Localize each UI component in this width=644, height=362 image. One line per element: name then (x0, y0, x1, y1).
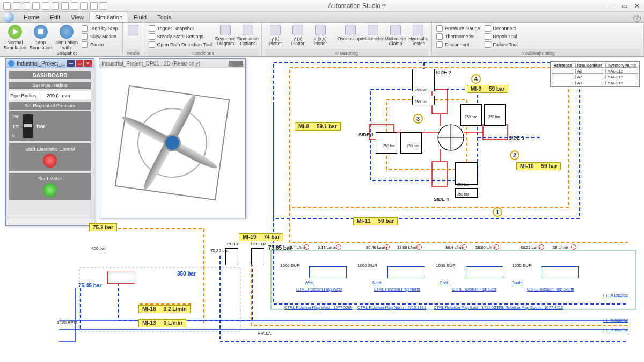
window-close-icon[interactable]: ✕ (84, 60, 92, 67)
reconnect-button[interactable]: Reconnect (485, 25, 518, 32)
link-ctrl-west[interactable]: CTRL Rotation Flap West (296, 287, 342, 292)
mode-button[interactable] (126, 24, 141, 37)
window-min-icon[interactable]: — (67, 60, 75, 67)
pipe-radius-input[interactable] (39, 92, 60, 99)
window-max-icon[interactable]: ▭ (234, 61, 239, 67)
link-ctrl-east[interactable]: CTRL Rotation Flap East (452, 287, 496, 292)
valve-west[interactable] (309, 266, 347, 278)
link-r3[interactable]: i_i : R3002/32 (603, 328, 628, 332)
multimeter-clamp-button[interactable]: Multimeter Clamp (385, 24, 406, 46)
maximize-button[interactable]: ▭ (620, 2, 628, 10)
flow-sensor-icon (462, 244, 467, 250)
dashboard-window[interactable]: Industrial_Project_... —▭✕ DASHBOARD Set… (5, 58, 94, 226)
failure-tool-button[interactable]: Failure Tool (485, 41, 518, 48)
window-min-icon[interactable]: — (229, 61, 234, 67)
link-north[interactable]: North (372, 280, 382, 285)
multimeter-button[interactable]: Multimeter (363, 24, 383, 41)
tab-fluid[interactable]: Fluid (128, 12, 152, 22)
qat-icon[interactable] (61, 2, 69, 10)
link-ctrl2-east[interactable]: CTRL Rotation Flap East : 1711.5212 (434, 305, 501, 310)
measure-mi11[interactable]: MI-1159 bar (353, 217, 398, 225)
qat-icon[interactable] (32, 2, 40, 10)
stop-simulation-button[interactable]: Stop Simulation (29, 24, 53, 50)
link-west[interactable]: West (305, 280, 314, 285)
pause-button[interactable]: Pause (82, 41, 118, 48)
actuator-side1a[interactable] (376, 132, 397, 154)
yt-plotter-button[interactable]: y (t) Plotter (265, 24, 286, 46)
qat-icon[interactable] (3, 2, 11, 10)
measure-mi19[interactable]: MI-1974 bar (239, 233, 283, 241)
scrollbar[interactable] (6, 218, 94, 225)
qat-icon[interactable] (13, 2, 20, 10)
hydraulic-tester-button[interactable]: Hydraulic Tester (408, 24, 428, 46)
slow-motion-button[interactable]: Slow Motion (82, 33, 118, 40)
qat-icon[interactable] (90, 2, 98, 10)
measure-mi10[interactable]: MI-1059 bar (516, 162, 561, 170)
yx-plotter-button[interactable]: y (x) Plotter (288, 24, 308, 46)
qat-icon[interactable] (42, 2, 49, 10)
window-max-icon[interactable]: ▭ (76, 60, 83, 67)
link-ctrl2-west[interactable]: CTRL Rotation Flap West : 1677.5269 (284, 305, 353, 310)
repair-tool-button[interactable]: Repair Tool (485, 33, 518, 40)
close-button[interactable]: ✕ (633, 2, 641, 10)
qat-icon[interactable] (100, 2, 107, 10)
steady-state-button[interactable]: Steady State Settings (149, 33, 212, 40)
measure-mi13[interactable]: MI-130 L/min (138, 319, 186, 327)
link-ctrl-south[interactable]: CTRL Rotation Flap South (527, 287, 574, 292)
link-ctrl-north[interactable]: CTRL Rotation Flap North (374, 287, 420, 292)
normal-simulation-button[interactable]: Normal Simulation (3, 24, 27, 50)
view3d-titlebar[interactable]: Industrial_Project_DP01 : 2D (Read-only)… (99, 59, 245, 68)
measure-p752[interactable]: 75.2 bar (89, 223, 117, 231)
disconnect-button[interactable]: Disconnect (436, 41, 480, 48)
valve-south[interactable] (541, 266, 579, 278)
play-icon (8, 25, 22, 39)
oscilloscope-button[interactable]: Oscilloscope (340, 24, 361, 41)
qat-icon[interactable] (80, 2, 88, 10)
tab-simulation[interactable]: Simulation (89, 12, 128, 22)
actuator-side4a[interactable] (455, 162, 478, 185)
pressure-slider[interactable] (23, 114, 33, 138)
prt02-valve[interactable] (251, 248, 264, 265)
dcv-main[interactable] (107, 271, 135, 284)
tab-view[interactable]: View (65, 12, 89, 22)
simulation-options-button[interactable]: Simulation Options (238, 24, 258, 46)
sequence-diagram-button[interactable]: Sequence Diagram (215, 24, 236, 46)
measure-mi9[interactable]: MI-959 bar (467, 85, 508, 93)
measure-mi8[interactable]: MI-859.1 bar (295, 122, 341, 131)
qat-icon[interactable] (71, 2, 78, 10)
reference-table[interactable]: ReferenceItem IdentifierInventory Numb A… (550, 61, 640, 87)
thermometer-button[interactable]: Thermometer (436, 33, 480, 40)
valve-east[interactable] (466, 266, 503, 278)
link-south[interactable]: South (512, 280, 523, 285)
actuator-side1b[interactable] (400, 132, 422, 154)
link-east[interactable]: East (440, 280, 448, 285)
schematic-canvas[interactable] (0, 57, 644, 362)
step-by-step-button[interactable]: Step by Step (82, 25, 118, 32)
tab-home[interactable]: Home (18, 12, 45, 22)
view3d-window[interactable]: Industrial_Project_DP01 : 2D (Read-only)… (99, 58, 246, 218)
valve-north[interactable] (387, 266, 425, 278)
zxy-plotter-button[interactable]: z (x,y) Plotter (310, 24, 331, 46)
tab-tools[interactable]: Tools (152, 12, 177, 22)
help-icon[interactable]: ? (633, 15, 641, 22)
trigger-snapshot-button[interactable]: Trigger Snapshot (149, 25, 212, 32)
open-path-button[interactable]: Open Path Detection Tool (149, 41, 212, 48)
link-r1[interactable]: i_i : R1202/32 (603, 293, 628, 298)
dashboard-window-titlebar[interactable]: Industrial_Project_... —▭✕ (6, 59, 94, 68)
dashboard-window-title: Industrial_Project_... (17, 61, 65, 67)
tab-edit[interactable]: Edit (45, 12, 65, 22)
iris-view[interactable] (99, 68, 245, 218)
link-ctrl2-south[interactable]: CTRL Rotation Flap South : 1677.4212 (494, 305, 563, 310)
app-logo[interactable] (3, 12, 14, 23)
minimize-button[interactable]: — (608, 2, 615, 10)
qat-icon[interactable] (52, 2, 59, 10)
qat-icon[interactable] (23, 2, 30, 10)
link-ctrl2-north[interactable]: CTRL Rotation Flap North : 1715.8311 (357, 305, 426, 310)
window-close-icon[interactable]: ✕ (239, 61, 243, 67)
start-ec-button[interactable]: Start Electronic Control (9, 143, 91, 171)
pressure-gauge-button[interactable]: Pressure Gauge (436, 25, 480, 32)
link-r2[interactable]: i_i : R2002/32 (603, 318, 628, 323)
simulation-snapshot-button[interactable]: Simulation with Snapshot (55, 24, 78, 56)
measure-mi18[interactable]: MI-180.2 L/min (138, 305, 191, 313)
start-motor-button[interactable]: Start Motor (9, 173, 91, 200)
